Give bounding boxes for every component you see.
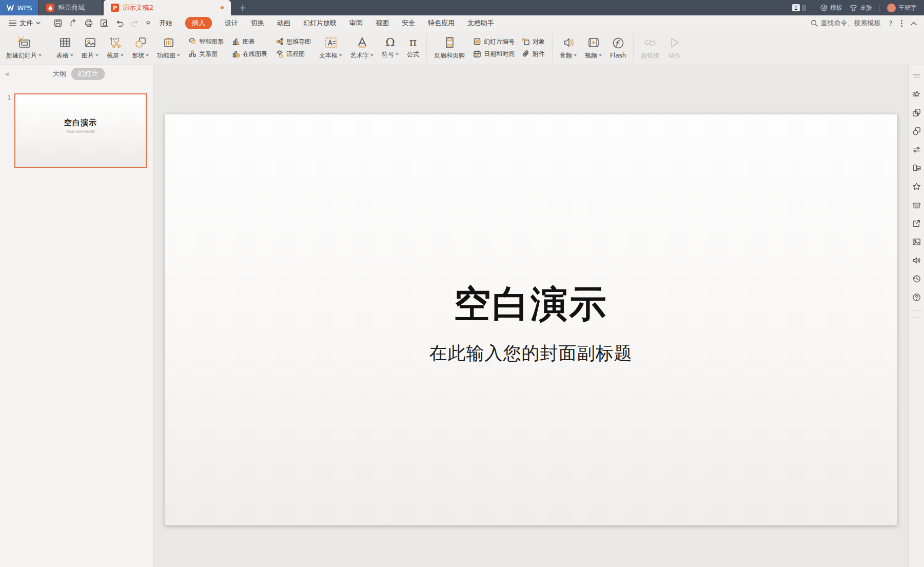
- print-button[interactable]: [84, 18, 93, 28]
- skin-button[interactable]: 皮肤: [850, 4, 872, 12]
- editing-canvas[interactable]: 空白演示 在此输入您的封面副标题: [153, 65, 908, 567]
- mindmap-label: 思维导图: [286, 37, 311, 46]
- slide-thumbnail-row: 1 空白演示 在此输入您的封面副标题: [0, 82, 153, 168]
- formula-button[interactable]: π 公式: [403, 32, 423, 63]
- template-gallery-icon[interactable]: [909, 159, 924, 177]
- undo-button[interactable]: [115, 19, 124, 27]
- effects-icon[interactable]: [909, 85, 924, 103]
- wps-home-tab[interactable]: WPS: [0, 0, 38, 15]
- tab-home[interactable]: 开始: [159, 18, 172, 28]
- slide-number-label: 幻灯片编号: [484, 37, 515, 46]
- dropdown-caret: [70, 54, 73, 56]
- tab-review[interactable]: 审阅: [349, 18, 363, 28]
- sidebar-drag-handle[interactable]: [913, 74, 920, 77]
- tab-animation[interactable]: 动画: [277, 18, 290, 28]
- template-button[interactable]: 模板: [820, 4, 842, 12]
- main-area: « 大纲 幻灯片 1 空白演示 在此输入您的封面副标题 空白演示 在此输入您的封…: [0, 65, 924, 567]
- save-button[interactable]: [53, 18, 63, 28]
- new-slide-button[interactable]: 新建幻灯片: [2, 32, 46, 63]
- picture-button[interactable]: 图片: [77, 32, 103, 63]
- flash-button[interactable]: Flash: [606, 32, 630, 63]
- shapes-icon[interactable]: [909, 122, 924, 140]
- picture-icon[interactable]: [909, 232, 924, 251]
- dropdown-caret: [146, 54, 149, 56]
- wps-presentation-window: WPS 稻壳商城 P 演示文稿2 + 1 模板 皮: [0, 0, 924, 567]
- window-tab-bar: WPS 稻壳商城 P 演示文稿2 + 1 模板 皮: [0, 0, 924, 15]
- flowchart-button[interactable]: 流程图: [276, 48, 311, 60]
- new-slide-label: 新建幻灯片: [6, 51, 37, 60]
- document-tab-label: 演示文稿2: [123, 3, 153, 12]
- more-options-button[interactable]: [901, 20, 902, 27]
- help-button[interactable]: ?: [889, 19, 893, 27]
- wordart-button[interactable]: 艺术字: [346, 32, 378, 63]
- pi-glyph: π: [409, 37, 417, 48]
- print-preview-button[interactable]: [100, 18, 109, 28]
- header-footer-label: 页眉和页脚: [434, 51, 465, 60]
- online-chart-button[interactable]: 在线图表: [232, 48, 267, 60]
- history-icon[interactable]: [909, 269, 924, 288]
- right-sidebar: ···: [908, 65, 924, 567]
- textbox-button[interactable]: 文本框: [315, 32, 346, 63]
- header-footer-button[interactable]: 页眉和页脚: [430, 32, 469, 63]
- tab-doc-assistant[interactable]: 文档助手: [467, 18, 494, 28]
- slide-subtitle-placeholder[interactable]: 在此输入您的封面副标题: [429, 341, 633, 365]
- command-search[interactable]: 查找命令、搜索模板: [811, 18, 881, 28]
- screenshot-button[interactable]: 截屏: [103, 32, 128, 63]
- file-menu-label: 文件: [19, 18, 33, 28]
- chart-button[interactable]: 图表: [232, 36, 267, 47]
- hamburger-icon: [9, 21, 16, 26]
- tab-outline[interactable]: 大纲: [53, 69, 66, 79]
- tab-docer-store[interactable]: 稻壳商城: [39, 0, 102, 15]
- tshirt-icon: [850, 4, 857, 11]
- share-icon[interactable]: [909, 214, 924, 232]
- datetime-label: 日期和时间: [484, 50, 515, 58]
- dropdown-caret: [396, 53, 399, 55]
- output-convert-button[interactable]: [69, 18, 78, 28]
- slide-thumbnail-selected[interactable]: 空白演示 在此输入您的封面副标题: [14, 93, 147, 168]
- object-button[interactable]: 对象: [522, 36, 545, 47]
- datetime-button[interactable]: 日期和时间: [473, 48, 515, 60]
- function-diagram-button[interactable]: 功能图: [153, 32, 184, 63]
- slide-page[interactable]: 空白演示 在此输入您的封面副标题: [165, 114, 897, 525]
- tab-view[interactable]: 视图: [376, 18, 389, 28]
- attachment-button[interactable]: 附件: [522, 48, 545, 60]
- window-manager-button[interactable]: 1: [792, 4, 805, 11]
- thumbnail-title: 空白演示: [64, 118, 97, 128]
- adjust-properties-icon[interactable]: [909, 140, 924, 159]
- sidebar-more-button[interactable]: ···: [912, 314, 921, 321]
- tab-slides-active[interactable]: 幻灯片: [71, 68, 105, 80]
- ribbon-divider: [426, 34, 427, 62]
- switch-slide-icon[interactable]: [909, 103, 924, 122]
- username-label: 王晓宇: [898, 4, 917, 12]
- shapes-button[interactable]: 形状: [128, 32, 153, 63]
- collapse-ribbon-button[interactable]: [911, 19, 917, 27]
- mindmap-button[interactable]: 思维导图: [276, 36, 311, 47]
- audio-button[interactable]: 音频: [556, 32, 581, 63]
- skin-label: 皮肤: [860, 4, 872, 12]
- tab-transition[interactable]: 切换: [251, 18, 264, 28]
- relation-button[interactable]: 关系图: [188, 48, 224, 60]
- file-menu-button[interactable]: 文件: [5, 18, 45, 28]
- favorite-star-icon[interactable]: [909, 177, 924, 195]
- video-button[interactable]: 视频: [581, 32, 606, 63]
- tab-security[interactable]: 安全: [402, 18, 415, 28]
- smart-graphic-button[interactable]: 智能图形: [188, 36, 224, 47]
- slide-title-placeholder[interactable]: 空白演示: [454, 280, 608, 329]
- tab-insert-active[interactable]: 插入: [185, 17, 212, 29]
- redo-button[interactable]: [130, 19, 140, 27]
- symbol-button[interactable]: Ω 符号: [378, 32, 403, 63]
- tab-design[interactable]: 设计: [225, 18, 238, 28]
- ribbon-divider: [552, 34, 553, 62]
- resource-box-icon[interactable]: [909, 195, 924, 214]
- tab-special-apps[interactable]: 特色应用: [428, 18, 455, 28]
- new-tab-button[interactable]: +: [231, 0, 254, 15]
- collapse-panel-button[interactable]: «: [5, 70, 10, 78]
- tab-document-active[interactable]: P 演示文稿2: [104, 0, 231, 15]
- help-icon[interactable]: [909, 288, 924, 306]
- tab-slideshow[interactable]: 幻灯片放映: [303, 18, 337, 28]
- audio-panel-icon[interactable]: [909, 251, 924, 269]
- user-account-button[interactable]: 王晓宇: [887, 4, 917, 12]
- table-button[interactable]: 表格: [52, 32, 77, 63]
- slide-number-button[interactable]: 幻灯片编号: [473, 36, 515, 47]
- customize-toolbar-dropdown[interactable]: [146, 21, 151, 25]
